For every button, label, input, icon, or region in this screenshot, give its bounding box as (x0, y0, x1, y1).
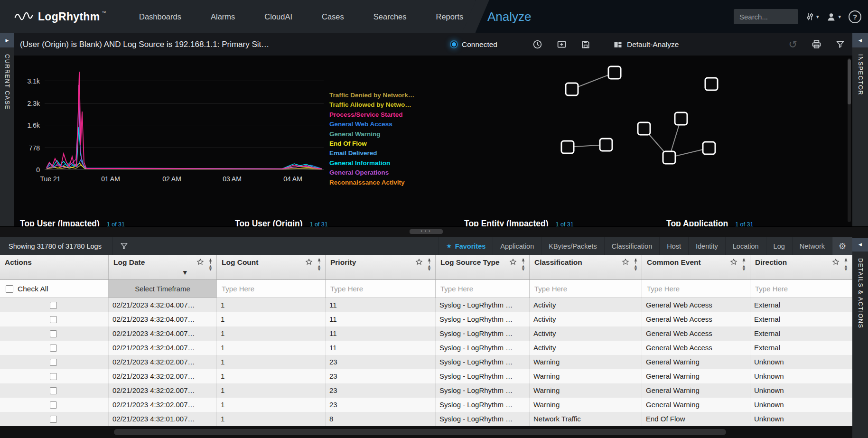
widget-pager[interactable]: 1 of 31 (735, 221, 753, 226)
filter-input-classification[interactable] (533, 284, 638, 293)
current-case-panel-tab[interactable]: ▶ CURRENT CASE (0, 33, 14, 226)
expand-details-actions-button[interactable]: ◀ (852, 237, 868, 252)
graph-node[interactable] (663, 151, 675, 164)
table-row[interactable]: 02/21/2023 4:32:02.007…123Syslog - LogRh… (0, 369, 852, 383)
undo-icon[interactable]: ↺ (789, 39, 797, 50)
tab-log[interactable]: Log (766, 237, 792, 255)
favorite-column-icon[interactable] (305, 258, 313, 266)
column-header-classification[interactable]: Classification▲▼ (530, 255, 642, 280)
dashboard-vertical-scrollbar[interactable] (848, 58, 851, 222)
tab-network[interactable]: Network (792, 237, 832, 255)
legend-item-process-service-started[interactable]: Process/Service Started (329, 110, 414, 120)
nav-item-analyze-active[interactable]: Analyze (487, 0, 532, 33)
pin-column-control[interactable]: ▲▼ (520, 258, 526, 271)
save-icon[interactable] (581, 40, 590, 49)
favorite-column-icon[interactable] (622, 258, 629, 266)
filter-input-priority[interactable] (329, 284, 431, 293)
inspector-panel-tab[interactable]: ◀ INSPECTOR (852, 33, 868, 226)
graph-node[interactable] (561, 141, 574, 153)
pin-column-control[interactable]: ▲▼ (426, 258, 432, 271)
legend-item-general-warning[interactable]: General Warning (329, 130, 414, 139)
scrollbar-thumb[interactable] (114, 429, 726, 435)
table-row[interactable]: 02/21/2023 4:32:04.007…111Syslog - LogRh… (0, 326, 852, 341)
graph-node[interactable] (638, 122, 650, 135)
favorite-column-icon[interactable] (196, 258, 204, 266)
filter-icon[interactable] (836, 40, 845, 49)
table-row[interactable]: 02/21/2023 4:32:02.007…123Syslog - LogRh… (0, 398, 852, 412)
legend-item-reconnaissance-activity[interactable]: Reconnaissance Activity (329, 178, 414, 187)
filter-input-direction[interactable] (754, 284, 848, 293)
graph-node[interactable] (675, 112, 687, 125)
nav-item-reports[interactable]: Reports (421, 12, 478, 21)
graph-node[interactable] (703, 142, 715, 154)
table-row[interactable]: 02/21/2023 4:32:02.007…123Syslog - LogRh… (0, 355, 852, 369)
check-all-checkbox[interactable] (6, 285, 13, 293)
pin-column-control[interactable]: ▲▼ (741, 258, 747, 271)
row-checkbox[interactable] (50, 401, 57, 409)
legend-item-end-of-flow[interactable]: End Of Flow (329, 139, 414, 149)
table-row[interactable]: 02/21/2023 4:32:04.007…111Syslog - LogRh… (0, 341, 852, 355)
table-row[interactable]: 02/21/2023 4:32:02.007…123Syslog - LogRh… (0, 383, 852, 398)
details-actions-panel-tab[interactable]: ◀ DETAILS & ACTIONS (852, 237, 868, 438)
brand[interactable]: LogRhythm ™ (14, 0, 106, 33)
favorite-column-icon[interactable] (832, 258, 840, 266)
row-checkbox[interactable] (50, 330, 57, 337)
nav-item-alarms[interactable]: Alarms (196, 12, 250, 21)
row-checkbox[interactable] (50, 302, 57, 309)
help-button[interactable]: ? (849, 10, 861, 23)
legend-item-general-web-access[interactable]: General Web Access (329, 120, 414, 129)
legend-item-general-information[interactable]: General Information (329, 158, 414, 168)
expand-inspector-button[interactable]: ◀ (852, 33, 868, 47)
favorite-column-icon[interactable] (509, 258, 517, 266)
graph-node[interactable] (566, 83, 578, 95)
row-checkbox[interactable] (50, 416, 57, 423)
favorite-column-icon[interactable] (730, 258, 737, 266)
pin-column-control[interactable]: ▲▼ (633, 258, 639, 271)
favorite-column-icon[interactable] (415, 258, 423, 266)
tab-location[interactable]: Location (725, 237, 766, 255)
filter-input-common-event[interactable] (646, 284, 746, 293)
table-horizontal-scrollbar[interactable] (0, 426, 852, 438)
tab-identity[interactable]: Identity (688, 237, 725, 255)
tab-classification[interactable]: Classification (604, 237, 659, 255)
pin-column-control[interactable]: ▲▼ (843, 258, 849, 271)
column-header-log-source-type[interactable]: Log Source Type▲▼ (436, 255, 530, 280)
nav-item-cloudai[interactable]: CloudAI (250, 12, 307, 21)
tab-application[interactable]: Application (493, 237, 541, 255)
table-row[interactable]: 02/21/2023 4:32:04.007…111Syslog - LogRh… (0, 298, 852, 312)
tab-host[interactable]: Host (659, 237, 688, 255)
pin-column-control[interactable]: ▲▼ (316, 258, 322, 271)
widget-pager[interactable]: 1 of 31 (107, 221, 125, 226)
grid-filter-icon[interactable] (120, 242, 128, 250)
expand-current-case-button[interactable]: ▶ (0, 33, 14, 47)
legend-item-traffic-denied-by-network[interactable]: Traffic Denied by Network… (329, 91, 414, 100)
nav-item-dashboards[interactable]: Dashboards (124, 12, 196, 21)
legend-item-general-operations[interactable]: General Operations (329, 168, 414, 177)
filter-input-log-source-type[interactable] (439, 284, 525, 293)
graph-node[interactable] (705, 78, 718, 90)
widget-pager[interactable]: 1 of 31 (309, 221, 327, 226)
column-header-common-event[interactable]: Common Event▲▼ (642, 255, 750, 280)
add-widget-icon[interactable] (557, 39, 567, 49)
grid-settings-button[interactable]: ⚙ (832, 237, 852, 255)
filter-input-log-count[interactable] (221, 284, 321, 293)
tab-kbytes-packets[interactable]: KBytes/Packets (541, 237, 604, 255)
layout-picker[interactable]: Default-Analyze (613, 33, 679, 56)
column-header-actions[interactable]: Actions (0, 255, 109, 280)
search-input[interactable] (734, 9, 798, 24)
row-checkbox[interactable] (50, 359, 57, 366)
legend-item-email-delivered[interactable]: Email Delivered (329, 149, 414, 158)
graph-node[interactable] (608, 66, 621, 79)
table-row[interactable]: 02/21/2023 4:32:01.007…18Syslog - LogRhy… (0, 412, 852, 426)
select-timeframe-button[interactable]: Select Timeframe (109, 280, 216, 298)
row-checkbox[interactable] (50, 387, 57, 394)
display-settings-control[interactable]: ▾ (806, 12, 819, 21)
widget-pager[interactable]: 1 of 31 (555, 221, 573, 226)
row-checkbox[interactable] (50, 345, 57, 352)
column-header-direction[interactable]: Direction▲▼ (750, 255, 852, 280)
column-header-log-date[interactable]: Log Date▲▼▼ (109, 255, 217, 280)
column-header-priority[interactable]: Priority▲▼ (326, 255, 436, 280)
print-icon[interactable] (812, 39, 821, 49)
graph-node[interactable] (600, 139, 612, 151)
column-header-log-count[interactable]: Log Count▲▼ (217, 255, 326, 280)
